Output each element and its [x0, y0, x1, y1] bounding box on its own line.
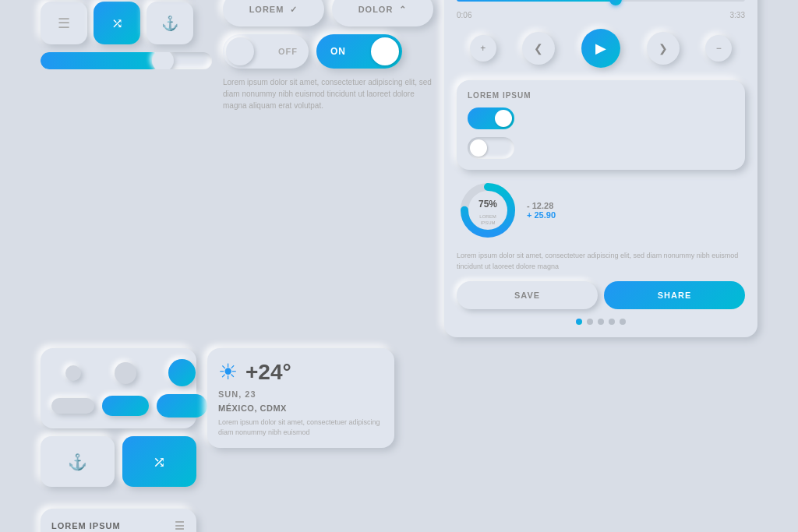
chart-row: 75% LOREM IPSUM - 12.28 + 25.90	[457, 179, 745, 241]
bookmark-icon: ⚓	[161, 15, 178, 32]
dot-nav-2[interactable]	[587, 319, 593, 325]
toggle-1[interactable]	[468, 107, 514, 129]
dot-nav-1[interactable]	[576, 319, 582, 325]
center-panel: 🔍 LOREM ✓ DOLOR ⌃ OFF ON Lorem ipsum dol…	[223, 0, 433, 111]
svg-text:75%: 75%	[478, 199, 497, 210]
sun-icon: ☀	[218, 359, 238, 385]
hamburger-icon: ☰	[58, 15, 70, 32]
bottom-right: ☀ +24° SUN, 23 MÉXICO, CDMX Lorem ipsum …	[207, 348, 394, 487]
left-panel: 👤 1 📁 2 ⚙ 3 ☰ ⤮ ⚓	[41, 0, 212, 111]
slide-text: Lorem ipsum dolor sit amet, consectetuer…	[457, 251, 745, 272]
dropdown-dolor[interactable]: DOLOR ⌃	[332, 0, 433, 26]
menu-icon-btn[interactable]: ☰	[41, 2, 87, 44]
music-time-end: 3:33	[730, 11, 745, 19]
play-button[interactable]: ▶	[581, 29, 620, 68]
prev-button[interactable]: ❮	[522, 32, 555, 65]
dot-nav-5[interactable]	[620, 319, 626, 325]
minus-button[interactable]: −	[705, 35, 732, 62]
chevron-up-icon: ⌃	[399, 5, 407, 15]
dot-nav-3[interactable]	[598, 319, 604, 325]
toggle-knob-1	[495, 110, 512, 127]
chart-val-negative: - 12.28	[527, 201, 556, 210]
progress-bar-fill	[41, 52, 161, 69]
weather-temp-container: +24°	[245, 360, 291, 385]
toggle-off-label: OFF	[278, 47, 298, 56]
weather-day: SUN, 23	[218, 389, 383, 399]
music-progress[interactable]	[457, 0, 745, 2]
share-button[interactable]: SHARE	[604, 281, 745, 309]
weather-desc: Lorem ipsum dolor sit amet, consectetuer…	[218, 417, 383, 437]
music-time-start: 0:06	[457, 11, 471, 19]
weather-city: MÉXICO, CDMX	[218, 403, 383, 413]
toggle-on-label: ON	[330, 46, 346, 57]
toggle-knob-2	[470, 139, 487, 157]
toggle-row-1	[468, 107, 734, 129]
bottom-row: LOREM IPSUM ☰	[41, 348, 757, 532]
music-controls: + ❮ ▶ ❯ −	[457, 29, 745, 68]
toggle-on[interactable]: ON	[316, 34, 402, 69]
dot-gray-sm-1[interactable]	[65, 365, 81, 381]
next-button[interactable]: ❯	[647, 32, 680, 65]
icon-row-2: ☰ ⤮ ⚓	[41, 2, 212, 44]
weather-temp: +24°	[245, 360, 291, 385]
lorem-text: Lorem ipsum dolor sit amet, consectetuer…	[223, 76, 433, 111]
toggle-2[interactable]	[468, 137, 514, 159]
music-progress-fill	[457, 0, 616, 2]
dot-blue-lg-1[interactable]	[168, 359, 196, 386]
dot-gray-md-1[interactable]	[115, 362, 136, 384]
share-icon-btn[interactable]: ⤮	[94, 2, 140, 44]
dot-nav-4[interactable]	[609, 319, 615, 325]
svg-text:LOREM: LOREM	[479, 214, 496, 219]
knob-panel: LOREM IPSUM ☰	[41, 509, 196, 532]
toggles-panel-label: LOREM IPSUM	[468, 91, 734, 100]
toggle-row-2	[468, 137, 734, 159]
donut-chart: 75% LOREM IPSUM	[457, 179, 519, 241]
knob-panel-title: LOREM IPSUM ☰	[51, 520, 185, 532]
bottom-share-btn[interactable]: ⤮	[122, 436, 196, 487]
toggles-panel: LOREM IPSUM	[457, 80, 745, 170]
toggle-on-knob	[371, 37, 399, 65]
weather-header: ☀ +24°	[218, 359, 383, 385]
save-button[interactable]: SAVE	[457, 281, 598, 309]
progress-handle[interactable]	[152, 52, 174, 69]
bottom-center: ⚓ ⤮	[41, 348, 196, 487]
plus-button[interactable]: +	[470, 35, 496, 62]
dropdown-row: LOREM ✓ DOLOR ⌃	[223, 0, 433, 26]
bottom-bookmark-btn[interactable]: ⚓	[41, 436, 115, 487]
music-slider-handle[interactable]	[609, 0, 622, 5]
svg-text:IPSUM: IPSUM	[480, 220, 495, 225]
toggle-off[interactable]: OFF	[223, 34, 309, 69]
progress-bar[interactable]	[41, 52, 212, 69]
toggle-off-knob	[226, 37, 254, 65]
chart-val-positive: + 25.90	[527, 210, 556, 220]
pill-blue-lg-1[interactable]	[157, 394, 207, 417]
dots-navigation	[457, 319, 745, 325]
bottom-icon-row: ⚓ ⤮	[41, 436, 196, 487]
weather-panel: ☀ +24° SUN, 23 MÉXICO, CDMX Lorem ipsum …	[207, 348, 394, 448]
bottom-actions: SAVE SHARE	[457, 281, 745, 309]
share-icon: ⤮	[111, 15, 123, 32]
music-player: UNTITLED01.MP3 LOREM IPSUM 0:06 3:33 + ❮…	[444, 0, 757, 337]
pill-blue-md-1[interactable]	[102, 396, 149, 416]
toggle-row-main: OFF ON	[223, 34, 433, 69]
music-times: 0:06 3:33	[457, 11, 745, 19]
dots-panel	[41, 348, 196, 428]
chevron-down-icon: ✓	[290, 5, 298, 15]
pill-gray-sm-1[interactable]	[51, 398, 94, 414]
dropdown-lorem[interactable]: LOREM ✓	[223, 0, 324, 26]
chart-values: - 12.28 + 25.90	[527, 201, 556, 220]
bookmark-icon-btn[interactable]: ⚓	[147, 2, 193, 44]
menu-icon-small[interactable]: ☰	[175, 520, 185, 532]
dots-grid	[41, 348, 196, 428]
